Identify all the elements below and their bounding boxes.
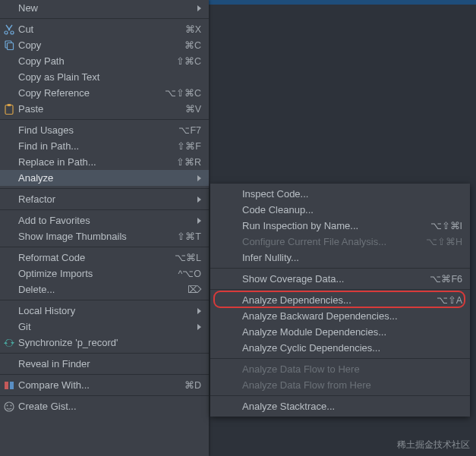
- menu-separator: [210, 358, 470, 359]
- menu-item-show-coverage-data[interactable]: Show Coverage Data...⌥⌘F6: [210, 271, 470, 287]
- menu-item-analyze-dependencies[interactable]: Analyze Dependencies...⌥⇧A: [210, 292, 470, 308]
- menu-item-replace-in-path[interactable]: Replace in Path...⇧⌘R: [0, 154, 209, 170]
- submenu-arrow-icon: [197, 5, 201, 11]
- submenu-arrow-icon: [197, 175, 201, 181]
- menu-item-label: Run Inspection by Name...: [242, 220, 430, 231]
- menu-item-shortcut: ⌥⇧⌘C: [165, 87, 201, 99]
- menu-item-copy[interactable]: Copy⌘C: [0, 37, 209, 53]
- svg-rect-5: [8, 104, 11, 106]
- menu-item-label: Analyze Module Dependencies...: [242, 326, 462, 338]
- svg-rect-7: [10, 382, 14, 389]
- menu-item-create-gist[interactable]: Create Gist...: [0, 398, 209, 414]
- menu-item-inspect-code[interactable]: Inspect Code...: [210, 186, 470, 202]
- menu-item-label: Show Image Thumbnails: [18, 231, 177, 242]
- svg-point-0: [5, 31, 8, 34]
- gist-icon: [3, 401, 15, 413]
- compare-icon: [3, 379, 15, 392]
- menu-item-reformat-code[interactable]: Reformat Code⌥⌘L: [0, 250, 209, 266]
- menu-item-reveal-in-finder[interactable]: Reveal in Finder: [0, 356, 209, 372]
- menu-item-label: Analyze Dependencies...: [242, 294, 437, 306]
- menu-separator: [0, 119, 209, 120]
- menu-item-optimize-imports[interactable]: Optimize Imports^⌥O: [0, 266, 209, 281]
- menu-item-find-in-path[interactable]: Find in Path...⇧⌘F: [0, 138, 209, 154]
- menu-item-analyze-cyclic-dependencies[interactable]: Analyze Cyclic Dependencies...: [210, 340, 470, 356]
- menu-separator: [0, 18, 209, 19]
- menu-item-shortcut: ⌥⇧A: [437, 294, 462, 306]
- icon-placeholder: [227, 220, 239, 232]
- icon-placeholder: [3, 305, 15, 317]
- menu-item-copy-reference[interactable]: Copy Reference⌥⇧⌘C: [0, 85, 209, 101]
- menu-item-analyze-module-dependencies[interactable]: Analyze Module Dependencies...: [210, 324, 470, 340]
- menu-item-cut[interactable]: Cut⌘X: [0, 21, 209, 37]
- menu-item-label: Copy Reference: [18, 87, 165, 99]
- icon-placeholder: [3, 252, 15, 264]
- cut-icon: [3, 24, 15, 36]
- menu-item-compare-with[interactable]: Compare With...⌘D: [0, 377, 209, 393]
- menu-item-add-to-favorites[interactable]: Add to Favorites: [0, 212, 209, 228]
- icon-placeholder: [3, 284, 15, 296]
- menu-item-paste[interactable]: Paste⌘V: [0, 101, 209, 117]
- menu-item-label: Synchronize 'p_record': [18, 337, 201, 348]
- menu-item-label: Analyze Data Flow to Here: [242, 363, 462, 375]
- menu-item-find-usages[interactable]: Find Usages⌥F7: [0, 122, 209, 138]
- menu-item-label: Create Gist...: [18, 401, 201, 412]
- menu-item-analyze-backward-dependencies[interactable]: Analyze Backward Dependencies...: [210, 308, 470, 324]
- menu-item-show-image-thumbnails[interactable]: Show Image Thumbnails⇧⌘T: [0, 228, 209, 244]
- icon-placeholder: [227, 294, 239, 307]
- submenu-arrow-icon: [197, 308, 201, 314]
- icon-placeholder: [227, 204, 239, 216]
- menu-item-delete[interactable]: Delete...⌦: [0, 281, 209, 297]
- icon-placeholder: [3, 2, 15, 14]
- icon-placeholder: [227, 252, 239, 264]
- menu-item-copy-as-plain-text[interactable]: Copy as Plain Text: [0, 69, 209, 85]
- menu-item-label: Copy: [18, 39, 184, 51]
- paste-icon: [3, 103, 15, 115]
- menu-item-new[interactable]: New: [0, 0, 209, 16]
- menu-item-git[interactable]: Git: [0, 319, 209, 335]
- menu-item-label: Reveal in Finder: [18, 358, 201, 370]
- icon-placeholder: [3, 268, 15, 280]
- menu-item-label: Copy as Plain Text: [18, 71, 201, 83]
- menu-item-label: New: [18, 2, 193, 14]
- menu-item-label: Paste: [18, 103, 185, 115]
- menu-item-shortcut: ⌥⌘F6: [430, 273, 462, 285]
- menu-item-code-cleanup[interactable]: Code Cleanup...: [210, 202, 470, 218]
- context-menu: NewCut⌘XCopy⌘CCopy Path⇧⌘CCopy as Plain …: [0, 0, 209, 456]
- menu-item-shortcut: ⌥⇧⌘I: [430, 220, 462, 231]
- menu-item-analyze[interactable]: Analyze: [0, 170, 209, 186]
- menu-item-infer-nullity[interactable]: Infer Nullity...: [210, 250, 470, 266]
- icon-placeholder: [3, 55, 15, 68]
- menu-item-label: Analyze: [18, 172, 193, 184]
- menu-item-local-history[interactable]: Local History: [0, 303, 209, 319]
- watermark: 稀土掘金技术社区: [397, 439, 470, 451]
- menu-separator: [0, 209, 209, 210]
- menu-separator: [0, 353, 209, 354]
- menu-item-label: Configure Current File Analysis...: [242, 236, 426, 247]
- menu-item-copy-path[interactable]: Copy Path⇧⌘C: [0, 53, 209, 69]
- menu-item-analyze-stacktrace[interactable]: Analyze Stacktrace...: [210, 398, 470, 414]
- icon-placeholder: [227, 310, 239, 322]
- icon-placeholder: [3, 193, 15, 206]
- menu-item-shortcut: ⇧⌘C: [176, 55, 201, 67]
- svg-point-1: [11, 31, 14, 34]
- menu-separator: [0, 247, 209, 247]
- svg-point-9: [7, 404, 8, 406]
- menu-separator: [0, 374, 209, 375]
- menu-item-run-inspection-by-name[interactable]: Run Inspection by Name...⌥⇧⌘I: [210, 218, 470, 234]
- analyze-submenu: Inspect Code...Code Cleanup...Run Inspec…: [210, 184, 470, 417]
- menu-separator: [0, 395, 209, 396]
- svg-rect-4: [5, 105, 13, 114]
- menu-item-analyze-data-flow-to-here: Analyze Data Flow to Here: [210, 361, 470, 377]
- menu-item-label: Compare With...: [18, 379, 184, 391]
- icon-placeholder: [3, 87, 15, 99]
- menu-item-label: Show Coverage Data...: [242, 273, 430, 285]
- menu-item-analyze-data-flow-from-here: Analyze Data Flow from Here: [210, 377, 470, 393]
- menu-item-shortcut: ⌥⇧⌘H: [426, 236, 462, 247]
- menu-item-label: Replace in Path...: [18, 156, 176, 168]
- menu-item-synchronize-p-record[interactable]: Synchronize 'p_record': [0, 335, 209, 351]
- icon-placeholder: [227, 188, 239, 200]
- menu-item-label: Refactor: [18, 193, 193, 205]
- menu-item-refactor[interactable]: Refactor: [0, 191, 209, 207]
- icon-placeholder: [227, 236, 239, 248]
- icon-placeholder: [227, 342, 239, 354]
